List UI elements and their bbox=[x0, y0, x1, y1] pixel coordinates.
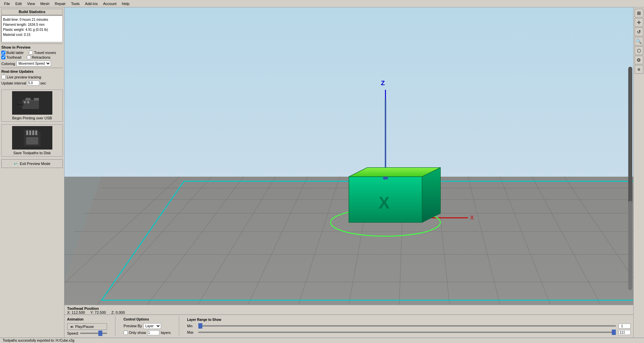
toolhead-position-title: Toolhead Position bbox=[67, 306, 631, 310]
toolhead-coords: X: 112.500 Y: 72.500 Z: 0.000 bbox=[67, 310, 631, 315]
right-toolbar: ⊞ ✛ ↺ 🔍 ⬡ ⚙ ≡ bbox=[633, 7, 644, 338]
layer-range-section: Layer Range to Show Min Max bbox=[187, 318, 631, 335]
layers-button[interactable]: ≡ bbox=[635, 65, 643, 74]
menubar: File Edit View Mesh Repair Tools Add-Ins… bbox=[0, 0, 644, 7]
speed-row: Speed: bbox=[67, 331, 107, 335]
preview-by-select[interactable]: Layer Line Speed bbox=[143, 323, 161, 329]
build-table-label: Build table bbox=[6, 51, 23, 55]
svg-rect-1 bbox=[26, 98, 31, 101]
divider-2 bbox=[179, 316, 179, 336]
vertical-scrollbar[interactable] bbox=[627, 67, 633, 290]
min-layer-slider[interactable] bbox=[198, 325, 616, 327]
exit-preview-button[interactable]: ↩ Exit Preview Mode bbox=[1, 159, 63, 168]
show-in-preview-section: Show in Preview Build table Travel moves… bbox=[1, 44, 63, 66]
svg-text:X: X bbox=[379, 194, 390, 212]
build-statistics-section: Build Statistics Build time: 0 hours 21 … bbox=[1, 9, 63, 42]
usb-icon-svg bbox=[15, 93, 49, 113]
stat-cost: Material cost: 0.15 bbox=[3, 32, 61, 37]
svg-text:Z: Z bbox=[381, 79, 385, 87]
exit-arrow-icon: ↩ bbox=[14, 161, 18, 166]
stats-box: Build time: 0 hours 21 minutes Filament … bbox=[1, 15, 63, 42]
live-tracking-label[interactable]: Live preview tracking bbox=[1, 75, 41, 79]
build-table-checkbox-label[interactable]: Build table bbox=[1, 51, 23, 55]
svg-marker-42 bbox=[422, 168, 441, 223]
realtime-updates-section: Real-time Updates Live preview tracking … bbox=[1, 68, 63, 85]
perspective-button[interactable]: ⬡ bbox=[635, 46, 643, 55]
toolhead-label: Toolhead bbox=[6, 55, 21, 59]
svg-rect-3 bbox=[24, 101, 26, 103]
animation-section: Animation ⏯ Play/Pause Speed: bbox=[67, 318, 107, 335]
menu-repair[interactable]: Repair bbox=[52, 1, 68, 6]
sd-icon-svg bbox=[19, 128, 46, 148]
svg-rect-4 bbox=[27, 101, 29, 103]
travel-moves-checkbox-label[interactable]: Travel moves bbox=[29, 51, 56, 55]
max-layer-slider[interactable] bbox=[198, 332, 616, 333]
travel-moves-checkbox[interactable] bbox=[29, 51, 33, 55]
speed-slider[interactable] bbox=[80, 333, 107, 334]
min-label: Min bbox=[187, 324, 196, 328]
viewport-svg: Z X X bbox=[64, 7, 633, 305]
max-layer-value[interactable] bbox=[618, 330, 631, 335]
usb-print-section[interactable]: Begin Printing over USB bbox=[1, 90, 63, 122]
menu-addins[interactable]: Add-Ins bbox=[82, 1, 100, 6]
play-icon: ⏯ bbox=[70, 325, 74, 329]
menu-account[interactable]: Account bbox=[100, 1, 119, 6]
coloring-row: Coloring Movement Speed Layer Tool bbox=[1, 61, 63, 66]
bottom-controls: Animation ⏯ Play/Pause Speed: Control Op… bbox=[64, 315, 633, 338]
pan-button[interactable]: ✛ bbox=[635, 18, 643, 27]
menu-file[interactable]: File bbox=[1, 1, 13, 6]
retractions-checkbox-label[interactable]: Retractions bbox=[27, 55, 51, 59]
toolhead-checkbox-label[interactable]: Toolhead bbox=[1, 55, 21, 59]
settings-button[interactable]: ⚙ bbox=[635, 56, 643, 64]
update-interval-row: Update interval sec bbox=[1, 80, 63, 85]
update-interval-input[interactable] bbox=[27, 80, 39, 85]
show-in-preview-title: Show in Preview bbox=[1, 45, 63, 49]
svg-rect-12 bbox=[26, 137, 38, 145]
exit-preview-label: Exit Preview Mode bbox=[20, 162, 50, 166]
left-panel: Build Statistics Build time: 0 hours 21 … bbox=[0, 7, 64, 338]
layers-count-input[interactable] bbox=[147, 330, 159, 335]
zoom-button[interactable]: 🔍 bbox=[635, 37, 643, 46]
speed-label: Speed: bbox=[67, 331, 79, 335]
live-tracking-text: Live preview tracking bbox=[7, 75, 41, 79]
3d-viewport[interactable]: Speed (mm/min) 4600 4190 3780 3370 2960 … bbox=[64, 7, 633, 305]
update-interval-label: Update interval bbox=[1, 81, 26, 85]
divider-1 bbox=[115, 316, 115, 336]
travel-moves-label: Travel moves bbox=[34, 51, 56, 55]
sd-save-section[interactable]: Save Toolpaths to Disk bbox=[1, 124, 63, 157]
menu-mesh[interactable]: Mesh bbox=[38, 1, 52, 6]
usb-image bbox=[12, 91, 52, 115]
menu-tools[interactable]: Tools bbox=[68, 1, 83, 6]
build-table-checkbox[interactable] bbox=[1, 51, 5, 55]
menu-edit[interactable]: Edit bbox=[13, 1, 24, 6]
animation-label: Animation bbox=[67, 318, 107, 321]
toolhead-x: X: 112.500 bbox=[67, 310, 85, 315]
min-range-row: Min bbox=[187, 324, 631, 329]
control-options-section: Control Options Preview By Layer Line Sp… bbox=[123, 318, 171, 335]
only-show-row: Only show layers bbox=[123, 330, 171, 335]
usb-label: Begin Printing over USB bbox=[3, 116, 61, 120]
toolhead-y: Y: 72.500 bbox=[90, 310, 106, 315]
live-tracking-checkbox[interactable] bbox=[1, 75, 6, 79]
zoom-fit-button[interactable]: ⊞ bbox=[635, 9, 643, 17]
min-layer-value[interactable] bbox=[618, 324, 631, 329]
only-show-checkbox-label[interactable]: Only show bbox=[123, 331, 146, 335]
svg-rect-13 bbox=[64, 7, 633, 177]
max-label: Max bbox=[187, 331, 196, 334]
svg-rect-6 bbox=[17, 104, 22, 105]
retractions-checkbox[interactable] bbox=[27, 55, 31, 59]
only-show-label: Only show bbox=[129, 331, 146, 335]
realtime-title: Real-time Updates bbox=[1, 69, 63, 73]
svg-rect-8 bbox=[26, 130, 28, 135]
only-show-checkbox[interactable] bbox=[123, 331, 128, 335]
menu-help[interactable]: Help bbox=[119, 1, 132, 6]
layers-unit-label: layers bbox=[161, 331, 170, 335]
play-pause-button[interactable]: ⏯ Play/Pause bbox=[67, 323, 107, 330]
orbit-button[interactable]: ↺ bbox=[635, 27, 643, 36]
coloring-select[interactable]: Movement Speed Layer Tool bbox=[16, 61, 51, 66]
status-bar: Toolpaths successfully exported to: H:/C… bbox=[0, 338, 644, 343]
menu-view[interactable]: View bbox=[24, 1, 38, 6]
sd-label: Save Toolpaths to Disk bbox=[3, 151, 61, 155]
toolhead-checkbox[interactable] bbox=[1, 55, 5, 59]
svg-text:X: X bbox=[470, 215, 474, 221]
